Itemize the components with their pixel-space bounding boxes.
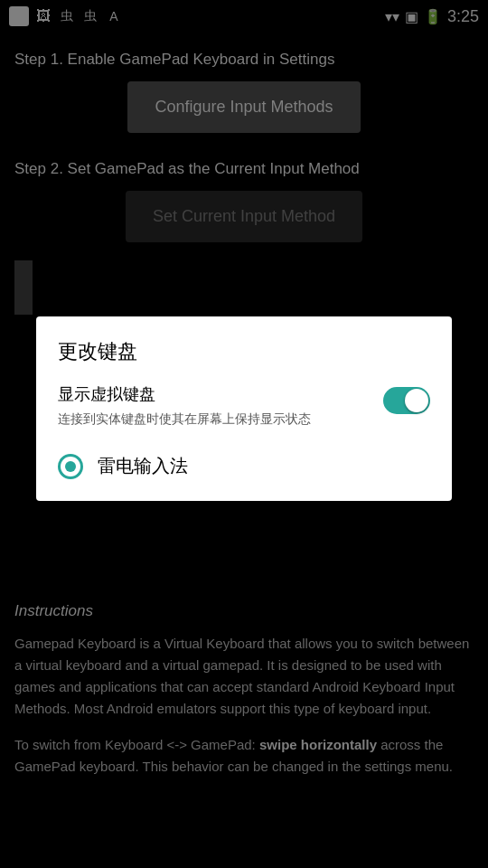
virtual-keyboard-toggle-row: 显示虚拟键盘 连接到实体键盘时使其在屏幕上保持显示状态 (58, 383, 430, 429)
change-keyboard-dialog: 更改键盘 显示虚拟键盘 连接到实体键盘时使其在屏幕上保持显示状态 雷电输入法 (36, 316, 452, 501)
toggle-sub-label: 连接到实体键盘时使其在屏幕上保持显示状态 (58, 410, 369, 429)
radio-option-row[interactable]: 雷电输入法 (58, 447, 430, 486)
dialog-title: 更改键盘 (58, 338, 430, 365)
toggle-main-label: 显示虚拟键盘 (58, 383, 369, 405)
virtual-keyboard-toggle-switch[interactable] (383, 387, 430, 414)
radio-option-label: 雷电输入法 (98, 454, 188, 478)
radio-inner-dot (65, 461, 76, 472)
radio-button-circle[interactable] (58, 454, 83, 479)
toggle-knob (405, 389, 428, 412)
dialog-overlay: 更改键盘 显示虚拟键盘 连接到实体键盘时使其在屏幕上保持显示状态 雷电输入法 (0, 0, 488, 868)
toggle-text-area: 显示虚拟键盘 连接到实体键盘时使其在屏幕上保持显示状态 (58, 383, 383, 429)
